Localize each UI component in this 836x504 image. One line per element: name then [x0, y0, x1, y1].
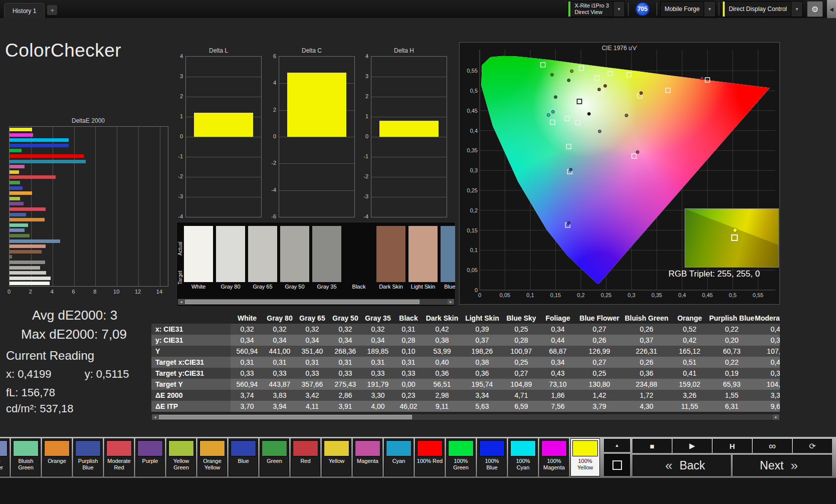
x-tick-label: 0,3	[628, 292, 635, 298]
patch-button-label: Red	[300, 458, 310, 464]
patch-button-label: Yellow	[329, 458, 344, 464]
cie-diagram-panel: CIE 1976 u'v' 000,050,050,10,10,150,150,…	[459, 42, 780, 305]
patch-button-orange-yellow[interactable]: Orange Yellow	[197, 438, 227, 476]
table-cell: 3,79	[576, 401, 622, 412]
gridline	[371, 77, 447, 77]
continuous-read-button[interactable]: ∞	[753, 439, 792, 453]
column-header-white: White	[231, 313, 264, 324]
de-bar-orange-yellow	[10, 191, 32, 195]
row-label: x: CIE31	[151, 324, 231, 335]
play-button[interactable]: ▶	[673, 439, 712, 453]
hold-button[interactable]: H	[713, 439, 752, 453]
de-bar-purplish-blue	[10, 213, 26, 216]
gridline	[53, 127, 53, 286]
patch-button-blue-flower[interactable]: Blue Flower	[0, 438, 10, 476]
patch-button-100-blue[interactable]: 100% Blue	[477, 438, 507, 476]
table-cell: 226,31	[622, 346, 671, 357]
table-cell: 3,26	[671, 390, 709, 401]
table-cell: 3,34	[461, 390, 503, 401]
cie-measurement-dot	[554, 96, 557, 99]
column-header-gray-65: Gray 65	[296, 313, 329, 324]
patch-button-100-red[interactable]: 100% Red	[415, 438, 445, 476]
patch-button-yellow-green[interactable]: Yellow Green	[166, 438, 196, 476]
add-tab-button[interactable]: +	[47, 5, 57, 15]
de-bar-orange	[10, 218, 45, 221]
table-header-row: WhiteGray 80Gray 65Gray 50Gray 35BlackDa…	[151, 313, 780, 324]
patch-color-swatch	[199, 440, 225, 456]
gridline	[186, 97, 261, 97]
de-bar-yellow-green	[10, 197, 20, 200]
swatch-light-skin: Light Skin	[408, 226, 438, 290]
scroll-right-icon[interactable]: ►	[773, 414, 779, 420]
patch-button-purplish-blue[interactable]: Purplish Blue	[73, 438, 103, 476]
collapse-panel-icon[interactable]: ◀	[827, 0, 836, 18]
table-cell: 0,34	[296, 335, 329, 346]
table-cell: 0,31	[394, 324, 423, 335]
patch-button-bluish-green[interactable]: Bluish Green	[11, 438, 41, 476]
settings-gear-icon[interactable]: ⚙	[807, 1, 823, 17]
history-tab[interactable]: History 1	[4, 3, 45, 18]
table-cell: 104,89	[503, 379, 539, 390]
table-cell: 0,39	[461, 324, 503, 335]
table-cell: 11,55	[671, 401, 709, 412]
scrollbar-thumb[interactable]	[185, 300, 420, 304]
column-header-blue-sky: Blue Sky	[503, 313, 539, 324]
table-cell: 0,28	[503, 335, 539, 346]
scroll-left-icon[interactable]: ◄	[178, 299, 184, 305]
separator	[628, 3, 629, 16]
patch-button-red[interactable]: Red	[291, 438, 320, 476]
back-label: Back	[680, 459, 705, 472]
meter-selector[interactable]: X-Rite i1Pro 3 Direct View ▼	[568, 1, 624, 17]
table-scrollbar[interactable]: ◄ ►	[151, 414, 780, 420]
y-tick-label: -3	[361, 193, 368, 200]
display-control-selector[interactable]: Direct Display Control ▼	[722, 1, 803, 17]
patch-button-magenta[interactable]: Magenta	[353, 438, 382, 476]
patch-button-yellow[interactable]: Yellow	[322, 438, 351, 476]
patch-button-cyan[interactable]: Cyan	[384, 438, 413, 476]
current-cdm2: cd/m²: 537,18	[6, 402, 74, 415]
meter-name: X-Rite i1Pro 3	[574, 3, 608, 9]
patch-button-orange[interactable]: Orange	[42, 438, 72, 476]
table-cell: 3,70	[231, 401, 264, 412]
de-bar-blue-sky	[10, 239, 60, 243]
scrollbar-thumb[interactable]	[159, 415, 412, 419]
table-cell: 198,26	[461, 346, 503, 357]
patch-button-label: 100% Blue	[479, 458, 505, 470]
results-table: WhiteGray 80Gray 65Gray 50Gray 35BlackDa…	[151, 313, 780, 412]
table-cell: 0,31	[362, 357, 394, 368]
table-cell: 0,33	[329, 368, 362, 379]
table-cell: 0,36	[622, 368, 671, 379]
next-button[interactable]: Next »	[733, 455, 832, 476]
scroll-up-button[interactable]: ▲	[604, 439, 630, 452]
patch-button-purple[interactable]: Purple	[135, 438, 165, 476]
patch-button-green[interactable]: Green	[260, 438, 289, 476]
meter-dropdown-icon[interactable]: ▼	[613, 2, 624, 17]
x-tick-label: 0,1	[526, 292, 534, 298]
table-cell: 1,86	[539, 390, 576, 401]
patch-color-swatch	[293, 440, 318, 456]
patch-button-100-yellow[interactable]: 100% Yellow	[570, 438, 600, 476]
back-button[interactable]: « Back	[633, 455, 731, 476]
patch-button-100-magenta[interactable]: 100% Magenta	[539, 438, 569, 476]
patch-button-blue[interactable]: Blue	[229, 438, 258, 476]
patch-button-100-cyan[interactable]: 100% Cyan	[508, 438, 538, 476]
swatch-scrollbar[interactable]: ◄ ►	[177, 299, 455, 305]
pattern-window-button[interactable]	[604, 454, 630, 476]
display-control-dropdown-icon[interactable]: ▼	[791, 2, 802, 17]
patch-button-moderate-red[interactable]: Moderate Red	[104, 438, 134, 476]
cie-measurement-dot	[567, 79, 570, 82]
scroll-right-icon[interactable]: ►	[448, 299, 454, 305]
table-cell: 3,94	[264, 401, 296, 412]
x-tick-label: 0,4	[678, 292, 686, 298]
refresh-button[interactable]: ⟳	[793, 439, 832, 453]
y-axis: 6420-2-4-6	[270, 56, 277, 216]
table-cell: 6,59	[503, 401, 539, 412]
table-cell: 2,98	[423, 390, 461, 401]
source-selector[interactable]: Mobile Forge ▼	[660, 1, 716, 17]
patch-button-100-green[interactable]: 100% Green	[446, 438, 476, 476]
source-dropdown-icon[interactable]: ▼	[704, 2, 715, 17]
display-control-label: Direct Display Control	[729, 6, 787, 13]
scroll-left-icon[interactable]: ◄	[152, 414, 158, 420]
patch-color-swatch	[106, 440, 132, 456]
stop-button[interactable]: ■	[633, 439, 672, 453]
